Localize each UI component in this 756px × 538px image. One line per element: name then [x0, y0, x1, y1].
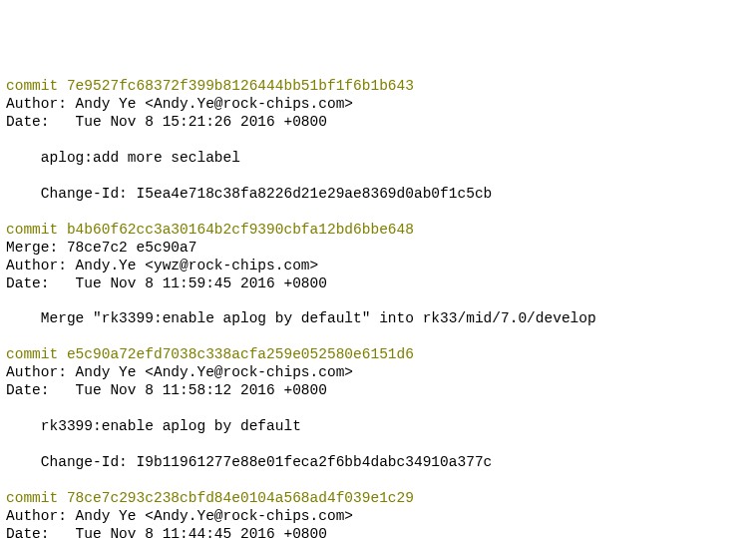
commit-body-line: Change-Id: I9b11961277e88e01feca2f6bb4da… — [6, 454, 492, 470]
commit-body-line: aplog:add more seclabel — [6, 150, 240, 166]
commit-header-line: Date: Tue Nov 8 15:21:26 2016 +0800 — [6, 114, 327, 130]
commit-label: commit — [6, 222, 67, 238]
commit-hash: b4b60f62cc3a30164b2cf9390cbfa12bd6bbe648 — [67, 222, 414, 238]
commit-header-line: Merge: 78ce7c2 e5c90a7 — [6, 240, 196, 256]
commit-header-line: Author: Andy Ye <Andy.Ye@rock-chips.com> — [6, 96, 353, 112]
git-log-output: commit 7e9527fc68372f399b8126444bb51bf1f… — [6, 78, 750, 538]
commit-label: commit — [6, 346, 67, 362]
commit-body-line: rk3399:enable aplog by default — [6, 418, 301, 434]
commit-header-line: Author: Andy Ye <Andy.Ye@rock-chips.com> — [6, 364, 353, 380]
commit-body-line: Merge "rk3399:enable aplog by default" i… — [6, 310, 596, 326]
commit-header-line: Date: Tue Nov 8 11:44:45 2016 +0800 — [6, 526, 327, 538]
commit-hash: 7e9527fc68372f399b8126444bb51bf1f6b1b643 — [67, 78, 414, 94]
commit-hash: 78ce7c293c238cbfd84e0104a568ad4f039e1c29 — [67, 490, 414, 506]
commit-body-line: Change-Id: I5ea4e718c38fa8226d21e29ae836… — [6, 186, 492, 202]
commit-header-line: Date: Tue Nov 8 11:58:12 2016 +0800 — [6, 382, 327, 398]
commit-label: commit — [6, 78, 67, 94]
commit-label: commit — [6, 490, 67, 506]
commit-header-line: Author: Andy Ye <Andy.Ye@rock-chips.com> — [6, 508, 353, 524]
commit-header-line: Date: Tue Nov 8 11:59:45 2016 +0800 — [6, 275, 327, 291]
commit-hash: e5c90a72efd7038c338acfa259e052580e6151d6 — [67, 346, 414, 362]
commit-header-line: Author: Andy.Ye <ywz@rock-chips.com> — [6, 258, 318, 273]
